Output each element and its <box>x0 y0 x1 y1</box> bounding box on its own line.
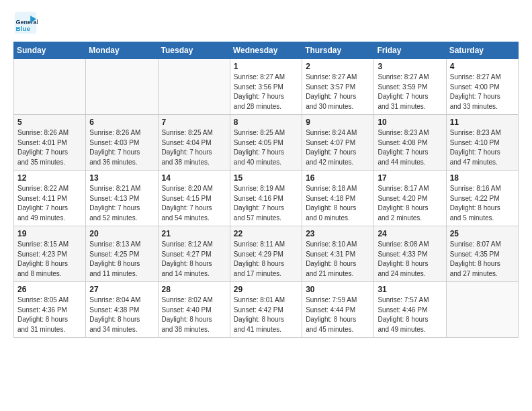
table-row: 15Sunrise: 8:19 AM Sunset: 4:16 PM Dayli… <box>230 171 302 226</box>
day-number: 8 <box>234 118 298 127</box>
day-info: Sunrise: 8:02 AM Sunset: 4:40 PM Dayligh… <box>162 295 226 334</box>
calendar-week-row: 26Sunrise: 8:05 AM Sunset: 4:36 PM Dayli… <box>14 282 519 338</box>
day-info: Sunrise: 8:16 AM Sunset: 4:22 PM Dayligh… <box>450 184 515 223</box>
table-row: 13Sunrise: 8:21 AM Sunset: 4:13 PM Dayli… <box>86 171 158 226</box>
calendar-header-row: SundayMondayTuesdayWednesdayThursdayFrid… <box>14 42 519 59</box>
table-row: 5Sunrise: 8:26 AM Sunset: 4:01 PM Daylig… <box>14 115 86 171</box>
table-row: 22Sunrise: 8:11 AM Sunset: 4:29 PM Dayli… <box>230 226 302 282</box>
day-number: 27 <box>89 285 154 294</box>
day-number: 24 <box>378 229 442 238</box>
calendar-header-cell: Tuesday <box>158 42 230 59</box>
table-row: 3Sunrise: 8:27 AM Sunset: 3:59 PM Daylig… <box>374 59 446 115</box>
day-info: Sunrise: 8:26 AM Sunset: 4:03 PM Dayligh… <box>89 128 154 167</box>
day-info: Sunrise: 8:13 AM Sunset: 4:25 PM Dayligh… <box>89 240 154 279</box>
table-row <box>158 59 230 115</box>
table-row: 14Sunrise: 8:20 AM Sunset: 4:15 PM Dayli… <box>158 171 230 226</box>
day-info: Sunrise: 8:26 AM Sunset: 4:01 PM Dayligh… <box>17 128 82 167</box>
table-row: 27Sunrise: 8:04 AM Sunset: 4:38 PM Dayli… <box>86 282 158 338</box>
svg-text:Blue: Blue <box>16 25 31 32</box>
day-info: Sunrise: 8:05 AM Sunset: 4:36 PM Dayligh… <box>17 295 82 334</box>
day-number: 26 <box>17 285 82 294</box>
day-info: Sunrise: 8:12 AM Sunset: 4:27 PM Dayligh… <box>162 240 226 279</box>
day-number: 3 <box>378 62 442 71</box>
day-number: 31 <box>378 285 442 294</box>
day-number: 9 <box>306 118 370 127</box>
calendar-header-cell: Monday <box>86 42 158 59</box>
table-row: 26Sunrise: 8:05 AM Sunset: 4:36 PM Dayli… <box>14 282 86 338</box>
day-number: 1 <box>234 62 298 71</box>
table-row: 1Sunrise: 8:27 AM Sunset: 3:56 PM Daylig… <box>230 59 302 115</box>
table-row: 25Sunrise: 8:07 AM Sunset: 4:35 PM Dayli… <box>446 226 518 282</box>
table-row: 10Sunrise: 8:23 AM Sunset: 4:08 PM Dayli… <box>374 115 446 171</box>
table-row: 24Sunrise: 8:08 AM Sunset: 4:33 PM Dayli… <box>374 226 446 282</box>
logo-icon: General Blue <box>13 11 38 35</box>
day-info: Sunrise: 7:59 AM Sunset: 4:44 PM Dayligh… <box>306 295 370 334</box>
day-info: Sunrise: 8:10 AM Sunset: 4:31 PM Dayligh… <box>306 240 370 279</box>
day-info: Sunrise: 8:25 AM Sunset: 4:04 PM Dayligh… <box>162 128 226 167</box>
day-info: Sunrise: 8:27 AM Sunset: 3:59 PM Dayligh… <box>378 73 442 111</box>
calendar-header-cell: Thursday <box>302 42 374 59</box>
calendar-week-row: 5Sunrise: 8:26 AM Sunset: 4:01 PM Daylig… <box>14 115 519 171</box>
table-row: 2Sunrise: 8:27 AM Sunset: 3:57 PM Daylig… <box>302 59 374 115</box>
table-row <box>446 282 518 338</box>
day-info: Sunrise: 8:27 AM Sunset: 3:56 PM Dayligh… <box>234 73 298 111</box>
table-row: 30Sunrise: 7:59 AM Sunset: 4:44 PM Dayli… <box>302 282 374 338</box>
table-row: 23Sunrise: 8:10 AM Sunset: 4:31 PM Dayli… <box>302 226 374 282</box>
day-info: Sunrise: 8:24 AM Sunset: 4:07 PM Dayligh… <box>306 128 370 167</box>
table-row: 28Sunrise: 8:02 AM Sunset: 4:40 PM Dayli… <box>158 282 230 338</box>
table-row: 4Sunrise: 8:27 AM Sunset: 4:00 PM Daylig… <box>446 59 518 115</box>
day-number: 18 <box>450 173 515 183</box>
day-number: 19 <box>17 229 82 238</box>
table-row: 17Sunrise: 8:17 AM Sunset: 4:20 PM Dayli… <box>374 171 446 226</box>
day-number: 4 <box>450 62 515 71</box>
day-info: Sunrise: 8:21 AM Sunset: 4:13 PM Dayligh… <box>89 184 154 223</box>
day-info: Sunrise: 8:01 AM Sunset: 4:42 PM Dayligh… <box>234 295 298 334</box>
day-number: 20 <box>89 229 154 238</box>
table-row: 18Sunrise: 8:16 AM Sunset: 4:22 PM Dayli… <box>446 171 518 226</box>
day-number: 30 <box>306 285 370 294</box>
table-row: 8Sunrise: 8:25 AM Sunset: 4:05 PM Daylig… <box>230 115 302 171</box>
day-number: 28 <box>162 285 226 294</box>
table-row: 11Sunrise: 8:23 AM Sunset: 4:10 PM Dayli… <box>446 115 518 171</box>
day-info: Sunrise: 8:27 AM Sunset: 4:00 PM Dayligh… <box>450 73 515 111</box>
day-number: 10 <box>378 118 442 127</box>
calendar-header-cell: Friday <box>374 42 446 59</box>
calendar-week-row: 19Sunrise: 8:15 AM Sunset: 4:23 PM Dayli… <box>14 226 519 282</box>
calendar-table: SundayMondayTuesdayWednesdayThursdayFrid… <box>13 42 519 338</box>
day-info: Sunrise: 8:17 AM Sunset: 4:20 PM Dayligh… <box>378 184 442 223</box>
table-row: 20Sunrise: 8:13 AM Sunset: 4:25 PM Dayli… <box>86 226 158 282</box>
day-number: 11 <box>450 118 515 127</box>
calendar-week-row: 1Sunrise: 8:27 AM Sunset: 3:56 PM Daylig… <box>14 59 519 115</box>
day-number: 15 <box>234 173 298 183</box>
table-row: 16Sunrise: 8:18 AM Sunset: 4:18 PM Dayli… <box>302 171 374 226</box>
table-row: 12Sunrise: 8:22 AM Sunset: 4:11 PM Dayli… <box>14 171 86 226</box>
day-info: Sunrise: 8:27 AM Sunset: 3:57 PM Dayligh… <box>306 73 370 111</box>
day-number: 22 <box>234 229 298 238</box>
day-number: 7 <box>162 118 226 127</box>
day-number: 13 <box>89 173 154 183</box>
day-info: Sunrise: 7:57 AM Sunset: 4:46 PM Dayligh… <box>378 295 442 334</box>
day-info: Sunrise: 8:04 AM Sunset: 4:38 PM Dayligh… <box>89 295 154 334</box>
day-number: 2 <box>306 62 370 71</box>
day-info: Sunrise: 8:19 AM Sunset: 4:16 PM Dayligh… <box>234 184 298 223</box>
day-info: Sunrise: 8:23 AM Sunset: 4:10 PM Dayligh… <box>450 128 515 167</box>
day-info: Sunrise: 8:23 AM Sunset: 4:08 PM Dayligh… <box>378 128 442 167</box>
day-info: Sunrise: 8:15 AM Sunset: 4:23 PM Dayligh… <box>17 240 82 279</box>
calendar-week-row: 12Sunrise: 8:22 AM Sunset: 4:11 PM Dayli… <box>14 171 519 226</box>
day-info: Sunrise: 8:07 AM Sunset: 4:35 PM Dayligh… <box>450 240 515 279</box>
table-row: 31Sunrise: 7:57 AM Sunset: 4:46 PM Dayli… <box>374 282 446 338</box>
table-row: 7Sunrise: 8:25 AM Sunset: 4:04 PM Daylig… <box>158 115 230 171</box>
table-row: 21Sunrise: 8:12 AM Sunset: 4:27 PM Dayli… <box>158 226 230 282</box>
header: General Blue <box>13 11 519 35</box>
calendar-header-cell: Sunday <box>14 42 86 59</box>
day-number: 12 <box>17 173 82 183</box>
day-info: Sunrise: 8:22 AM Sunset: 4:11 PM Dayligh… <box>17 184 82 223</box>
day-number: 5 <box>17 118 82 127</box>
calendar-header-cell: Saturday <box>446 42 518 59</box>
day-info: Sunrise: 8:18 AM Sunset: 4:18 PM Dayligh… <box>306 184 370 223</box>
table-row <box>86 59 158 115</box>
page: General Blue SundayMondayTuesdayWednesda… <box>0 0 532 346</box>
day-number: 23 <box>306 229 370 238</box>
day-number: 17 <box>378 173 442 183</box>
day-info: Sunrise: 8:08 AM Sunset: 4:33 PM Dayligh… <box>378 240 442 279</box>
